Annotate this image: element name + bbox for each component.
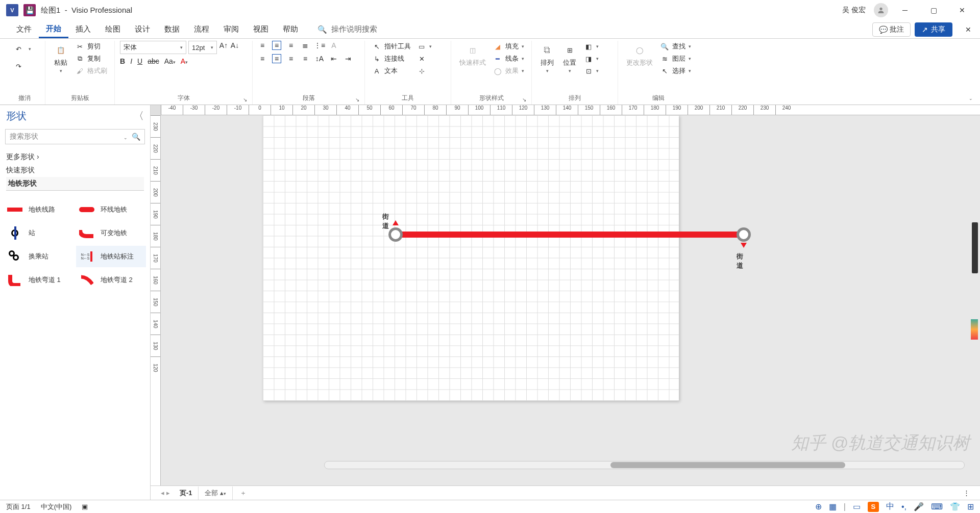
status-page[interactable]: 页面 1/1 [6,502,31,511]
justify-icon[interactable]: ≡ [301,54,310,63]
shape-ring-metro[interactable]: 环线地铁 [76,199,146,220]
zoom-indicator-icon[interactable] [971,319,978,340]
redo-button[interactable]: ↷ [9,58,40,74]
direction-up-icon[interactable] [393,220,399,225]
collapse-panel-icon[interactable]: 〈 [134,109,144,123]
group-shapes-button[interactable]: ⊡▾ [582,65,612,76]
text-tool-button[interactable]: A文本 [370,65,413,76]
ime-mic-icon[interactable]: 🎤 [914,502,924,511]
shape-curve-1[interactable]: 地铁弯道 1 [4,269,74,291]
station-label-2[interactable]: 街道 [737,252,743,270]
change-shape-button[interactable]: ◯更改形状 [623,41,656,69]
direction-down-icon[interactable] [741,243,747,248]
tell-me-search[interactable]: 🔍 操作说明搜索 [317,24,377,34]
font-name-combo[interactable]: 宋体▾ [120,41,186,54]
shape-station-label[interactable]: N↔SN↔S地铁站标注 [76,246,146,267]
ime-punct-icon[interactable]: •, [901,502,906,511]
increase-font-icon[interactable]: A↑ [219,41,228,50]
page-tabs-more-icon[interactable]: ⋮ [963,489,980,497]
ribbon-options-button[interactable]: ⌄ [966,90,976,105]
page-nav-prev-icon[interactable]: ◂ [161,489,164,497]
horizontal-scroll-thumb[interactable] [610,462,845,468]
shape-station[interactable]: 站 [4,222,74,244]
pointer-tool-button[interactable]: ↖指针工具 [370,41,413,52]
arrange-button[interactable]: ⿻排列▾ [537,41,557,75]
align-right-icon[interactable]: ≡ [286,54,296,63]
quick-shapes-link[interactable]: 快速形状 [6,164,144,177]
underline-button[interactable]: U [137,57,142,65]
user-name[interactable]: 吴 俊宏 [842,6,866,15]
macro-recorder-icon[interactable]: ▣ [82,503,88,510]
increase-indent-icon[interactable]: ⇥ [344,54,353,63]
tab-process[interactable]: 流程 [187,21,216,37]
copy-button[interactable]: ⧉复制 [73,53,109,64]
numbering-icon[interactable]: ⋮≡ [315,41,324,50]
shape-curve-2[interactable]: 地铁弯道 2 [76,269,146,291]
maximize-button[interactable]: ▢ [922,2,945,18]
more-shapes-link[interactable]: 更多形状 › [6,150,144,164]
horizontal-ruler[interactable]: -40-30-20-100102030405060708090100110120… [161,105,980,115]
italic-button[interactable]: I [130,57,132,65]
format-painter-button[interactable]: 🖌格式刷 [73,65,109,76]
close-button[interactable]: ✕ [950,2,974,18]
add-page-button[interactable]: ＋ [233,489,254,498]
align-top-icon[interactable]: ≡ [258,41,267,50]
paste-button[interactable]: 📋 粘贴 ▾ [51,41,71,75]
styles-dialog-launcher-icon[interactable]: ↘ [522,97,526,102]
ime-skin-icon[interactable]: 👕 [950,502,960,511]
station-left[interactable] [388,227,403,242]
vertical-ruler[interactable]: 230220210200190180170160150140130120 [151,115,161,485]
ime-toolbox-icon[interactable]: ⊞ [967,502,974,511]
horizontal-scrollbar[interactable] [324,461,965,469]
quick-styles-button[interactable]: ◫ 快速样式 [456,41,489,69]
page-tab-all[interactable]: 全部 ▴▾ [199,486,233,500]
paragraph-dialog-launcher-icon[interactable]: ↘ [355,97,359,102]
decrease-indent-icon[interactable]: ⇤ [329,54,338,63]
tab-view[interactable]: 视图 [246,21,276,37]
tab-help[interactable]: 帮助 [276,21,305,37]
shapes-search-input[interactable]: 搜索形状 ⌄ 🔍 [5,129,145,144]
cut-button[interactable]: ✂剪切 [73,41,109,52]
align-center-icon[interactable]: ≡ [272,54,281,63]
font-dialog-launcher-icon[interactable]: ↘ [243,97,247,102]
align-left-icon[interactable]: ≡ [258,54,267,63]
delete-tool-button[interactable]: ✕ [415,53,446,64]
tab-draw[interactable]: 绘图 [98,21,128,37]
shape-metro-line[interactable]: 地铁线路 [4,199,74,220]
user-avatar-icon[interactable] [874,3,888,17]
find-button[interactable]: 🔍查找▾ [658,41,693,52]
font-color-button[interactable]: A▾ [181,57,188,65]
layers-button[interactable]: ≋图层▾ [658,53,693,64]
page-tab-1[interactable]: 页-1 [174,486,199,500]
strike-button[interactable]: abc [148,57,159,65]
text-direction-icon[interactable]: ↕A [315,54,324,63]
metro-line-shape[interactable] [396,232,743,238]
align-middle-icon[interactable]: ≡ [272,41,281,50]
status-language[interactable]: 中文(中国) [41,502,72,511]
station-label-1[interactable]: 街道 [382,212,389,230]
send-back-button[interactable]: ◨▾ [582,53,612,64]
shape-transfer[interactable]: 换乘站 [4,246,74,267]
fill-button[interactable]: ◢填充▾ [491,41,526,52]
fit-window-icon[interactable]: ▦ [829,502,837,511]
tab-file[interactable]: 文件 [9,21,39,37]
ime-keyboard-icon[interactable]: ⌨ [931,502,943,511]
metro-shapes-link[interactable]: 地铁形状 [6,177,144,191]
line-button[interactable]: ━线条▾ [491,53,526,64]
drawing-canvas[interactable]: 街道 街道 知乎 @轨道交通知识树 [161,115,980,485]
vertical-scrollbar[interactable] [972,222,978,273]
tab-insert[interactable]: 插入 [68,21,98,37]
tab-home[interactable]: 开始 [39,21,68,38]
tab-data[interactable]: 数据 [157,21,187,37]
align-bottom-icon[interactable]: ≡ [286,41,296,50]
station-right[interactable] [737,227,751,242]
position-button[interactable]: ⊞位置▾ [559,41,580,75]
save-icon[interactable]: 💾 [23,4,36,16]
rectangle-tool-button[interactable]: ▭▾ [415,41,446,52]
text-block-icon[interactable]: A [329,41,338,50]
shape-variable-metro[interactable]: 可变地铁 [76,222,146,244]
case-button[interactable]: Aa▾ [164,57,176,65]
share-button[interactable]: ↗ 共享 [915,22,952,37]
page-nav-next-icon[interactable]: ▸ [166,489,170,497]
bring-front-button[interactable]: ◧▾ [582,41,612,52]
